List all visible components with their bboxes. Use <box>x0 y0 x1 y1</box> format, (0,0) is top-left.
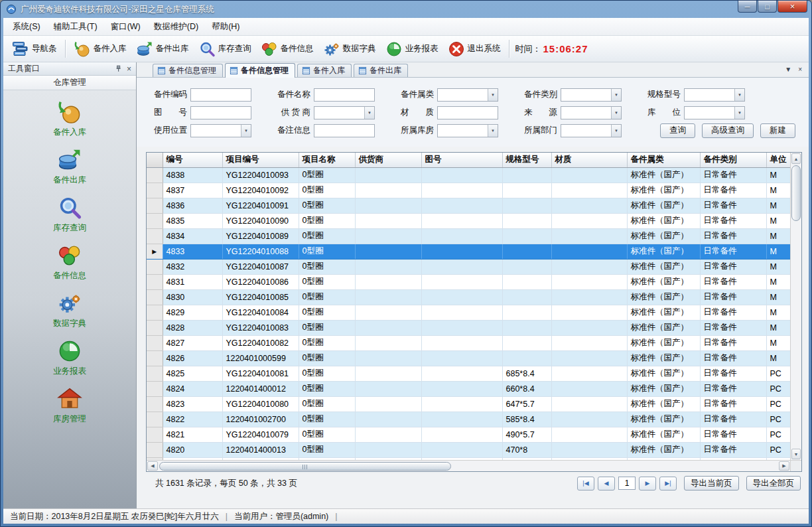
grid-row-4820[interactable]: 482012204014000130型圈470*8标准件（国产）日常备件PC <box>147 442 790 457</box>
drawing-no-input[interactable] <box>190 106 251 119</box>
advanced-query-button[interactable]: 高级查询 <box>702 123 754 138</box>
spare-code-input[interactable] <box>190 88 251 102</box>
grid-column-header[interactable]: 项目编号 <box>222 153 299 167</box>
titlebar[interactable]: 广州爱奇迪软件科技有限公司-深田之星仓库管理系统 ─ □ × <box>1 1 811 18</box>
close-panel-icon[interactable]: × <box>127 65 131 73</box>
menu-system[interactable]: 系统(S) <box>6 18 47 36</box>
row-indicator <box>147 335 163 350</box>
scroll-right-icon[interactable]: ▶ <box>779 461 789 471</box>
grid-column-header[interactable]: 材质 <box>551 153 627 167</box>
clock: 时间： 15:06:27 <box>515 43 588 55</box>
hscroll-thumb[interactable] <box>159 462 451 471</box>
use-position-select[interactable]: ▼ <box>190 124 251 137</box>
spare-category-select[interactable]: ▼ <box>437 88 498 102</box>
prev-page-button[interactable]: ◀ <box>598 477 615 490</box>
spare-class-select[interactable]: ▼ <box>561 88 622 102</box>
record-summary: 共 1631 条记录，每页 50 条，共 33 页 <box>155 478 297 489</box>
tab-list-dropdown-icon[interactable]: ▼ <box>785 66 791 73</box>
close-tab-icon[interactable]: × <box>798 66 802 73</box>
grid-row-4821[interactable]: 4821YG122040100790型圈490*5.7标准件（国产）日常备件PC <box>147 427 790 442</box>
toolbar-exit-system-button[interactable]: 退出系统 <box>443 38 506 60</box>
sidebar-item-warehouse-mgmt[interactable]: 库房管理 <box>53 386 86 425</box>
grid-column-header[interactable]: 项目名称 <box>299 153 355 167</box>
grid-row-4838[interactable]: 4838YG122040100930型圈标准件（国产）日常备件M <box>147 167 790 183</box>
grid-row-4826[interactable]: 482612204010005990型圈标准件（国产）日常备件M <box>147 350 790 366</box>
scroll-up-icon[interactable]: ▲ <box>791 153 801 164</box>
toolbar-spare-inbound-button[interactable]: 备件入库 <box>69 38 131 60</box>
spec-model-select[interactable]: ▼ <box>684 88 745 102</box>
grid-row-4835[interactable]: 4835YG122040100900型圈标准件（国产）日常备件M <box>147 213 790 228</box>
grid-row-4829[interactable]: 4829YG122040100840型圈标准件（国产）日常备件M <box>147 305 790 320</box>
minimize-button[interactable]: ─ <box>738 1 757 13</box>
location-select[interactable]: ▼ <box>684 106 745 119</box>
grid-row-4824[interactable]: 482412204014000120型圈660*8.4标准件（国产）日常备件PC <box>147 381 790 396</box>
sidebar-item-spare-inbound[interactable]: 备件入库 <box>53 100 86 138</box>
sidebar-item-stock-query[interactable]: 库存查询 <box>53 195 86 234</box>
close-button[interactable]: × <box>778 1 807 13</box>
bottom-filler <box>137 494 809 508</box>
first-page-button[interactable]: |◀ <box>577 477 594 490</box>
grid-row-4828[interactable]: 4828YG122040100830型圈标准件（国产）日常备件M <box>147 320 790 335</box>
sidebar-item-spare-outbound[interactable]: 备件出库 <box>53 147 86 186</box>
sidebar-item-data-dictionary[interactable]: 数据字典 <box>53 291 86 329</box>
menu-aux-tools[interactable]: 辅助工具(T) <box>47 18 104 36</box>
menu-help[interactable]: 帮助(H) <box>205 18 246 36</box>
sidebar-item-spare-info[interactable]: 备件信息 <box>53 243 86 281</box>
material-input[interactable] <box>437 106 498 119</box>
supplier-select[interactable]: ▼ <box>314 106 375 119</box>
sidebar-item-business-report[interactable]: 业务报表 <box>53 339 86 377</box>
page-number-input[interactable] <box>618 477 636 490</box>
tab-spare-info-mgmt-2[interactable]: 备件信息管理 <box>225 63 295 78</box>
department-select[interactable]: ▼ <box>561 124 622 137</box>
grid-column-header[interactable]: 备件属类 <box>627 153 700 167</box>
horizontal-scrollbar[interactable]: ◀ ▶ <box>147 460 790 471</box>
toolbar-stock-query-button[interactable]: 库存查询 <box>194 38 256 60</box>
toolbar-nav-bar-button[interactable]: 导航条 <box>7 38 62 60</box>
grid-column-header[interactable]: 供货商 <box>355 153 421 167</box>
toolbar-spare-outbound-button[interactable]: 备件出库 <box>131 38 194 60</box>
scroll-left-icon[interactable]: ◀ <box>147 461 158 471</box>
vscroll-thumb[interactable] <box>791 165 801 221</box>
maximize-button[interactable]: □ <box>758 1 777 13</box>
export-current-page-button[interactable]: 导出当前页 <box>684 476 739 490</box>
grid-column-header[interactable]: 规格型号 <box>502 153 551 167</box>
new-button[interactable]: 新建 <box>760 123 795 138</box>
grid-column-header[interactable]: 编号 <box>163 153 222 167</box>
grid-row-4834[interactable]: 4834YG122040100890型圈标准件（国产）日常备件M <box>147 228 790 244</box>
query-button[interactable]: 查询 <box>660 123 695 138</box>
grid-row-4825[interactable]: 4825YG122040100810型圈685*8.4标准件（国产）日常备件PC <box>147 366 790 381</box>
grid-row-4832[interactable]: 4832YG122040100870型圈标准件（国产）日常备件M <box>147 259 790 274</box>
sidebar-group-header[interactable]: 仓库管理 <box>3 76 136 90</box>
menu-data-maintenance[interactable]: 数据维护(D) <box>147 18 205 36</box>
grid-column-header[interactable]: 单位 <box>766 153 790 167</box>
tab-spare-inbound[interactable]: 备件入库 <box>297 64 352 77</box>
grid-row-4830[interactable]: 4830YG122040100850型圈标准件（国产）日常备件M <box>147 289 790 305</box>
grid-column-header[interactable]: 图号 <box>421 153 502 167</box>
vscroll-track[interactable] <box>791 222 801 448</box>
status-separator: | <box>226 512 228 521</box>
toolbar-spare-info-button[interactable]: 备件信息 <box>256 38 318 60</box>
scroll-down-icon[interactable]: ▼ <box>791 449 801 459</box>
grid-row-4831[interactable]: 4831YG122040100860型圈标准件（国产）日常备件M <box>147 274 790 289</box>
next-page-button[interactable]: ▶ <box>639 477 656 490</box>
grid-row-4836[interactable]: 4836YG122040100910型圈标准件（国产）日常备件M <box>147 198 790 213</box>
vertical-scrollbar[interactable]: ▲ ▼ <box>790 153 801 460</box>
grid-row-4833[interactable]: ▶4833YG122040100880型圈标准件（国产）日常备件M <box>147 244 790 259</box>
grid-row-4837[interactable]: 4837YG122040100920型圈标准件（国产）日常备件M <box>147 183 790 198</box>
toolbar-data-dictionary-button[interactable]: 数据字典 <box>318 38 381 60</box>
grid-column-header[interactable]: 备件类别 <box>700 153 766 167</box>
export-all-pages-button[interactable]: 导出全部页 <box>746 476 801 490</box>
remark-input[interactable] <box>314 124 375 137</box>
source-select[interactable]: ▼ <box>561 106 622 119</box>
pin-icon[interactable] <box>115 65 122 72</box>
spare-name-input[interactable] <box>314 88 375 102</box>
tab-spare-outbound[interactable]: 备件出库 <box>354 64 408 77</box>
grid-row-4827[interactable]: 4827YG122040100820型圈标准件（国产）日常备件M <box>147 335 790 350</box>
tab-spare-info-mgmt-1[interactable]: 备件信息管理 <box>153 64 223 77</box>
menu-window[interactable]: 窗口(W) <box>104 18 147 36</box>
toolbar-business-report-button[interactable]: 业务报表 <box>381 38 443 60</box>
warehouse-select[interactable]: ▼ <box>437 124 498 137</box>
grid-row-4822[interactable]: 482212204010027000型圈585*8.4标准件（国产）日常备件PC <box>147 412 790 427</box>
grid-row-4823[interactable]: 4823YG122040100800型圈647*5.7标准件（国产）日常备件PC <box>147 396 790 412</box>
last-page-button[interactable]: ▶| <box>659 477 677 490</box>
